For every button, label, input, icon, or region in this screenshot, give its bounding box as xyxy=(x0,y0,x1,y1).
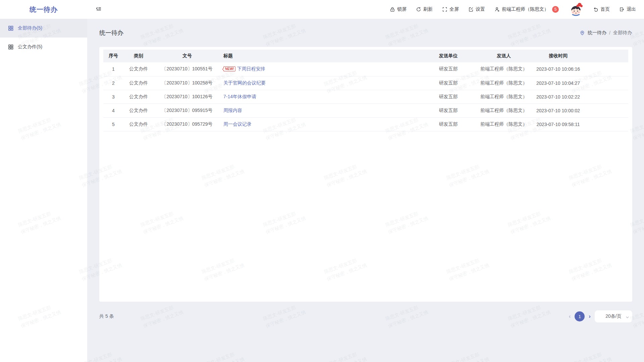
cell-category: 公文办件 xyxy=(123,90,154,104)
table-row: 3 公文办件 〔20230710〕100126号 7-14年休假申请 研发五部 … xyxy=(103,90,628,104)
col-header-org: 发送单位 xyxy=(421,50,476,62)
col-header-spacer xyxy=(585,50,628,62)
settings-label: 设置 xyxy=(476,6,485,12)
sidebar-item-label: 公文办件(5) xyxy=(18,44,42,50)
sidebar: 全部待办(5) 公文办件(5) xyxy=(0,19,87,362)
cell-category: 公文办件 xyxy=(123,62,154,76)
table-header-row: 序号 类别 文号 标题 发送单位 发送人 接收时间 xyxy=(103,50,628,62)
pagination-controls: ‹ 1 › 20条/页 xyxy=(569,310,632,322)
cell-title: 关于官网的会议纪要 xyxy=(221,76,421,90)
page-size-select[interactable]: 20条/页 xyxy=(595,310,632,322)
doc-title-link[interactable]: 下周日程安排 xyxy=(237,66,265,71)
cell-time: 2023-07-10 10:04:27 xyxy=(532,76,585,90)
sidebar-item-official-docs[interactable]: 公文办件(5) xyxy=(0,38,87,56)
location-pin-icon xyxy=(580,30,585,36)
main-content: 统一待办 统一待办 / 全部待办 序号 类别 xyxy=(87,19,644,362)
app-logo: 统一待办 xyxy=(0,5,87,14)
cell-time: 2023-07-10 10:06:16 xyxy=(532,62,585,76)
cell-sender: 前端工程师（陈思文） xyxy=(476,104,532,117)
cell-doc-no: 〔20230710〕095729号 xyxy=(154,117,221,131)
new-badge: NEW! xyxy=(223,66,235,71)
header-actions: 锁屏 刷新 全屏 xyxy=(390,2,644,17)
breadcrumb-item-root[interactable]: 统一待办 xyxy=(588,30,606,36)
doc-title-link[interactable]: 周一会议记录 xyxy=(223,121,252,127)
home-label: 首页 xyxy=(600,6,610,12)
table-row: 1 公文办件 〔20230710〕100551号 NEW!下周日程安排 研发五部… xyxy=(103,62,628,76)
cell-sender: 前端工程师（陈思文） xyxy=(476,90,532,104)
collapse-sidebar-icon xyxy=(96,6,102,13)
user-menu[interactable]: 前端工程师（陈思文） 5 xyxy=(494,6,559,13)
avatar[interactable] xyxy=(568,2,584,17)
table-row: 2 公文办件 〔20230710〕100258号 关于官网的会议纪要 研发五部 … xyxy=(103,76,628,90)
todo-table-card: 序号 类别 文号 标题 发送单位 发送人 接收时间 1 公文办件 〔202307… xyxy=(99,47,632,302)
grid-icon xyxy=(8,44,13,50)
col-header-title: 标题 xyxy=(221,50,421,62)
sidebar-collapse-button[interactable] xyxy=(96,6,102,13)
breadcrumb: 统一待办 / 全部待办 xyxy=(580,30,632,36)
col-header-time: 接收时间 xyxy=(532,50,585,62)
cell-time: 2023-07-10 09:58:11 xyxy=(532,117,585,131)
settings-edit-icon xyxy=(468,7,474,12)
table-row: 4 公文办件 〔20230710〕095915号 周报内容 研发五部 前端工程师… xyxy=(103,104,628,117)
home-button[interactable]: 首页 xyxy=(593,6,610,12)
fullscreen-button[interactable]: 全屏 xyxy=(442,6,459,12)
next-page-button[interactable]: › xyxy=(589,311,591,321)
sidebar-item-label: 全部待办(5) xyxy=(18,25,42,31)
chevron-down-icon xyxy=(626,315,629,320)
sidebar-item-all-todo[interactable]: 全部待办(5) xyxy=(0,19,87,38)
logout-icon xyxy=(619,7,625,12)
col-header-no: 序号 xyxy=(103,50,123,62)
cell-doc-no: 〔20230710〕100258号 xyxy=(154,76,221,90)
cell-org: 研发五部 xyxy=(421,117,476,131)
cell-no: 1 xyxy=(103,62,123,76)
col-header-category: 类别 xyxy=(123,50,154,62)
cell-org: 研发五部 xyxy=(421,90,476,104)
cell-sender: 前端工程师（陈思文） xyxy=(476,62,532,76)
cell-no: 5 xyxy=(103,117,123,131)
page-header: 统一待办 统一待办 / 全部待办 xyxy=(87,19,644,47)
col-header-sender: 发送人 xyxy=(476,50,532,62)
lock-screen-label: 锁屏 xyxy=(397,6,407,12)
logout-label: 退出 xyxy=(627,6,636,12)
pagination-bar: 共 5 条 ‹ 1 › 20条/页 xyxy=(99,310,632,322)
breadcrumb-item-current: 全部待办 xyxy=(613,30,632,36)
user-name-label: 前端工程师（陈思文） xyxy=(502,6,549,12)
breadcrumb-separator: / xyxy=(609,30,610,36)
lock-screen-button[interactable]: 锁屏 xyxy=(390,6,407,12)
grid-icon xyxy=(8,25,13,31)
cell-org: 研发五部 xyxy=(421,76,476,90)
fullscreen-icon xyxy=(442,7,447,12)
page-number-button[interactable]: 1 xyxy=(575,311,585,321)
page-title: 统一待办 xyxy=(99,29,123,37)
cell-no: 3 xyxy=(103,90,123,104)
app-header: 统一待办 锁屏 xyxy=(0,0,644,19)
prev-page-button[interactable]: ‹ xyxy=(569,311,571,321)
cell-no: 2 xyxy=(103,76,123,90)
cell-doc-no: 〔20230710〕100551号 xyxy=(154,62,221,76)
col-header-doc-no: 文号 xyxy=(154,50,221,62)
total-count: 共 5 条 xyxy=(99,313,114,319)
cell-title: 周一会议记录 xyxy=(221,117,421,131)
refresh-label: 刷新 xyxy=(423,6,433,12)
undo-home-icon xyxy=(593,7,598,12)
cell-category: 公文办件 xyxy=(123,117,154,131)
lock-icon xyxy=(390,7,395,12)
cell-no: 4 xyxy=(103,104,123,117)
logout-button[interactable]: 退出 xyxy=(619,6,636,12)
cell-title: 周报内容 xyxy=(221,104,421,117)
cell-org: 研发五部 xyxy=(421,62,476,76)
todo-count-badge: 5 xyxy=(552,6,559,13)
cell-category: 公文办件 xyxy=(123,104,154,117)
cell-sender: 前端工程师（陈思文） xyxy=(476,117,532,131)
doc-title-link[interactable]: 7-14年休假申请 xyxy=(223,94,256,99)
refresh-button[interactable]: 刷新 xyxy=(416,6,433,12)
doc-title-link[interactable]: 关于官网的会议纪要 xyxy=(223,80,266,85)
cell-time: 2023-07-10 10:00:02 xyxy=(532,104,585,117)
doc-title-link[interactable]: 周报内容 xyxy=(223,108,242,113)
cell-time: 2023-07-10 10:02:22 xyxy=(532,90,585,104)
cell-doc-no: 〔20230710〕100126号 xyxy=(154,90,221,104)
page-size-value: 20条/页 xyxy=(605,313,621,319)
settings-button[interactable]: 设置 xyxy=(468,6,485,12)
cell-category: 公文办件 xyxy=(123,76,154,90)
cell-sender: 前端工程师（陈思文） xyxy=(476,76,532,90)
